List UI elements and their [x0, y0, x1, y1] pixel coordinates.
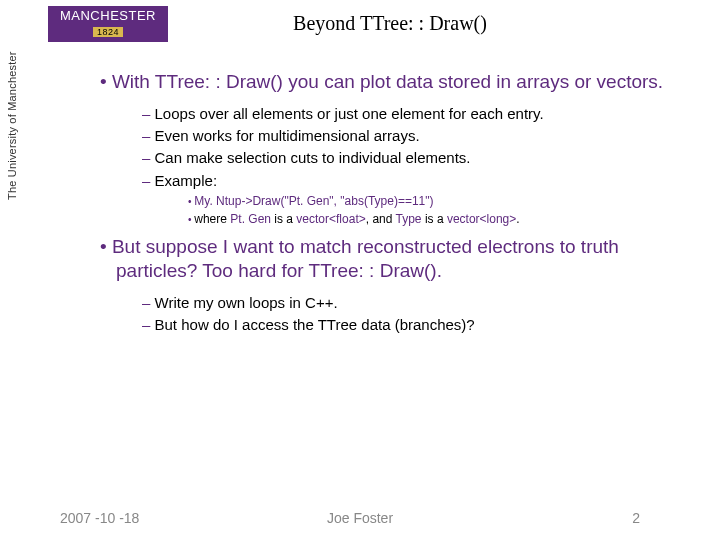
logo-subtitle: The University of Manchester [6, 51, 18, 200]
bullet-level3: My. Ntup->Draw("Pt. Gen", "abs(Type)==11… [48, 193, 690, 209]
bullet-level2: Can make selection cuts to individual el… [48, 148, 690, 168]
bullet-level3: where Pt. Gen is a vector<float>, and Ty… [48, 211, 690, 227]
bullet-level1: With TTree: : Draw() you can plot data s… [48, 70, 690, 94]
footer-page-number: 2 [632, 510, 640, 526]
footer-author: Joe Foster [0, 510, 720, 526]
bullet-level2: Write my own loops in C++. [48, 293, 690, 313]
slide-body: With TTree: : Draw() you can plot data s… [48, 70, 690, 337]
code-example: My. Ntup->Draw("Pt. Gen", "abs(Type)==11… [194, 194, 433, 208]
slide-title: Beyond TTree: : Draw() [0, 12, 720, 35]
bullet-level2: Even works for multidimensional arrays. [48, 126, 690, 146]
bullet-level2: Loops over all elements or just one elem… [48, 104, 690, 124]
bullet-level2: Example: [48, 171, 690, 191]
bullet-level2: But how do I access the TTree data (bran… [48, 315, 690, 335]
bullet-level1: But suppose I want to match reconstructe… [48, 235, 690, 283]
